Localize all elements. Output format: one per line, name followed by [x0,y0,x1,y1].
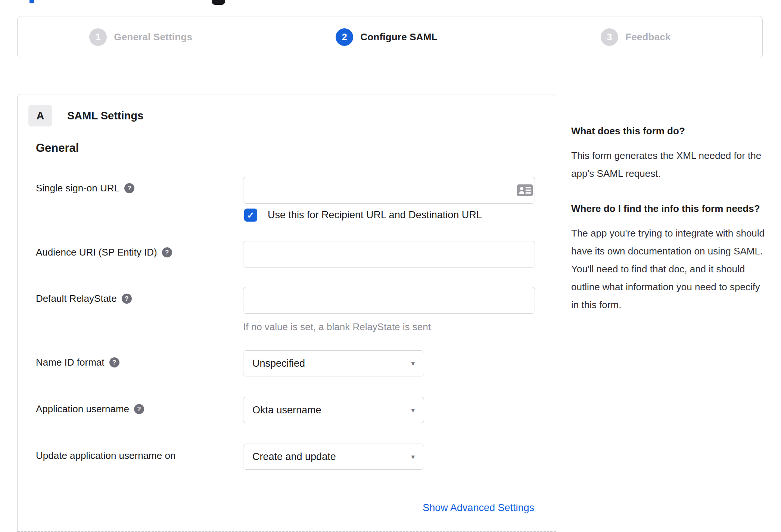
section-title: SAML Settings [67,110,143,122]
update-username-on-select[interactable]: Create and update ▾ [243,444,424,470]
name-id-format-label-text: Name ID format [36,357,105,368]
wizard-stepper: 1 General Settings 2 Configure SAML 3 Fe… [17,16,763,58]
recipient-url-checkbox[interactable]: ✓ [244,209,257,222]
help-section-2-title: Where do I find the info this form needs… [571,200,765,218]
single-sign-on-url-label-text: Single sign-on URL [36,182,119,194]
relaystate-hint: If no value is set, a blank RelayState i… [243,321,431,333]
step-feedback[interactable]: 3 Feedback [509,16,762,58]
name-id-format-value: Unspecified [252,358,305,369]
single-sign-on-url-input[interactable] [243,177,535,204]
application-username-label: Application username ? [36,403,144,415]
help-icon[interactable]: ? [162,247,172,257]
help-icon[interactable]: ? [134,404,144,414]
help-section-1-title: What does this form do? [571,122,765,140]
show-advanced-settings-link[interactable]: Show Advanced Settings [423,502,534,514]
help-icon[interactable]: ? [109,357,119,367]
help-section-1-body: This form generates the XML needed for t… [571,147,765,182]
application-username-label-text: Application username [36,403,129,415]
audience-uri-input[interactable] [243,241,535,268]
step-3-number-badge: 3 [601,28,618,46]
chevron-down-icon: ▾ [411,359,415,368]
help-section-2-body: The app you're trying to integrate with … [571,224,765,314]
default-relaystate-input[interactable] [243,287,535,314]
step-3-label: Feedback [625,31,671,43]
section-a-badge: A [28,105,52,126]
audience-uri-label: Audience URI (SP Entity ID) ? [36,247,172,258]
audience-uri-label-text: Audience URI (SP Entity ID) [36,247,157,258]
step-general-settings[interactable]: 1 General Settings [18,16,264,58]
application-username-value: Okta username [252,404,321,416]
chevron-down-icon: ▾ [411,406,415,414]
general-group-title: General [36,141,79,155]
single-sign-on-url-label: Single sign-on URL ? [36,182,134,194]
recipient-url-checkbox-label: Use this for Recipient URL and Destinati… [268,209,482,221]
step-1-number-badge: 1 [89,28,107,46]
application-username-select[interactable]: Okta username ▾ [243,397,424,423]
clipped-title-fragment-dark [212,0,225,5]
checkmark-icon: ✓ [247,210,254,220]
update-username-on-label: Update application username on [36,450,175,461]
default-relaystate-label: Default RelayState ? [36,293,132,304]
saml-settings-card: A SAML Settings General Single sign-on U… [17,94,556,532]
name-id-format-select[interactable]: Unspecified ▾ [243,350,424,376]
recipient-url-checkbox-row: ✓ Use this for Recipient URL and Destina… [244,209,482,222]
step-configure-saml[interactable]: 2 Configure SAML [264,16,508,58]
default-relaystate-label-text: Default RelayState [36,293,117,304]
update-username-on-label-text: Update application username on [36,450,175,461]
chevron-down-icon: ▾ [411,453,415,461]
update-username-on-value: Create and update [252,451,336,463]
help-icon[interactable]: ? [122,294,132,304]
help-panel: What does this form do? This form genera… [571,122,765,331]
help-icon[interactable]: ? [124,183,134,193]
name-id-format-label: Name ID format ? [36,357,119,368]
step-2-number-badge: 2 [336,28,353,46]
clipped-title-fragment-blue [29,0,34,3]
insert-attribute-card-icon[interactable] [517,184,533,196]
section-header: A SAML Settings [28,105,143,126]
step-2-label: Configure SAML [360,31,437,43]
step-1-label: General Settings [114,31,192,43]
